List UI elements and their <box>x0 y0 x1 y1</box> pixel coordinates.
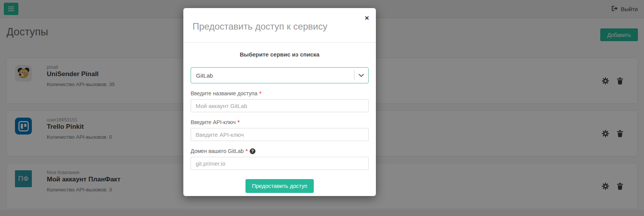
api-key-input[interactable] <box>191 128 369 141</box>
api-key-label: Введите API-ключ <box>191 119 236 125</box>
field-gitlab-domain: Домен вашего GitLab * ? <box>191 148 369 170</box>
help-icon[interactable]: ? <box>250 148 255 154</box>
required-asterisk: * <box>259 90 261 96</box>
modal-subtitle: Выберите сервис из списка <box>191 51 369 58</box>
grant-access-modal: Предоставить доступ к сервису × Выберите… <box>183 8 376 196</box>
required-asterisk: * <box>245 148 247 154</box>
gitlab-domain-input[interactable] <box>191 157 369 170</box>
gitlab-domain-label: Домен вашего GitLab <box>191 148 244 154</box>
required-asterisk: * <box>237 119 239 125</box>
modal-title: Предоставить доступ к сервису <box>193 21 367 32</box>
field-api-key: Введите API-ключ * <box>191 119 369 141</box>
chevron-down-icon <box>354 74 368 77</box>
modal-header: Предоставить доступ к сервису × <box>183 8 376 43</box>
modal-body: Выберите сервис из списка GitLab Введите… <box>183 43 376 193</box>
service-select[interactable]: GitLab <box>191 67 369 83</box>
service-select-value: GitLab <box>191 72 354 79</box>
field-access-name: Введите название доступа * <box>191 90 369 112</box>
access-name-label: Введите название доступа <box>191 90 257 96</box>
close-icon[interactable]: × <box>365 14 369 22</box>
grant-access-button[interactable]: Предоставить доступ <box>245 179 314 193</box>
access-name-input[interactable] <box>191 99 369 112</box>
